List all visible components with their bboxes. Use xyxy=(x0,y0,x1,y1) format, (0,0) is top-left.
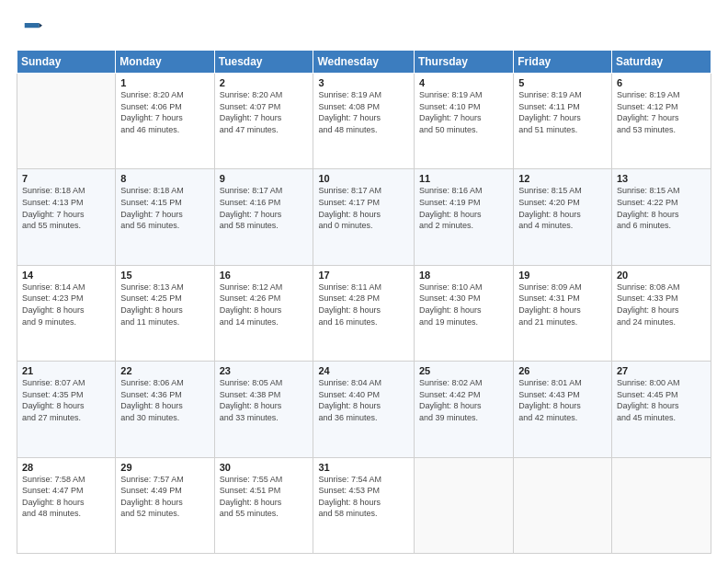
day-detail: Sunrise: 8:07 AM Sunset: 4:35 PM Dayligh… xyxy=(22,377,110,423)
week-row-1: 1Sunrise: 8:20 AM Sunset: 4:06 PM Daylig… xyxy=(17,74,711,169)
day-number: 16 xyxy=(220,270,309,281)
week-row-3: 14Sunrise: 8:14 AM Sunset: 4:23 PM Dayli… xyxy=(17,265,711,361)
day-number: 23 xyxy=(220,365,309,376)
col-header-tuesday: Tuesday xyxy=(214,51,313,74)
day-detail: Sunrise: 8:15 AM Sunset: 4:20 PM Dayligh… xyxy=(518,185,607,231)
day-detail: Sunrise: 8:17 AM Sunset: 4:17 PM Dayligh… xyxy=(318,185,408,231)
day-cell: 18Sunrise: 8:10 AM Sunset: 4:30 PM Dayli… xyxy=(414,265,513,361)
day-number: 26 xyxy=(518,365,607,376)
day-cell: 19Sunrise: 8:09 AM Sunset: 4:31 PM Dayli… xyxy=(514,265,612,361)
day-cell: 16Sunrise: 8:12 AM Sunset: 4:26 PM Dayli… xyxy=(214,265,313,361)
day-detail: Sunrise: 8:06 AM Sunset: 4:36 PM Dayligh… xyxy=(120,377,209,423)
day-cell: 10Sunrise: 8:17 AM Sunset: 4:17 PM Dayli… xyxy=(313,169,414,265)
day-number: 7 xyxy=(22,173,110,184)
day-number: 15 xyxy=(120,270,209,281)
day-detail: Sunrise: 8:13 AM Sunset: 4:25 PM Dayligh… xyxy=(120,282,209,327)
day-cell: 24Sunrise: 8:04 AM Sunset: 4:40 PM Dayli… xyxy=(313,362,414,457)
day-cell: 25Sunrise: 8:02 AM Sunset: 4:42 PM Dayli… xyxy=(414,362,513,457)
day-detail: Sunrise: 7:54 AM Sunset: 4:53 PM Dayligh… xyxy=(318,474,408,520)
day-cell: 5Sunrise: 8:19 AM Sunset: 4:11 PM Daylig… xyxy=(514,74,612,169)
day-number: 17 xyxy=(318,270,408,281)
day-number: 2 xyxy=(220,77,309,88)
day-number: 10 xyxy=(318,173,408,184)
svg-marker-1 xyxy=(25,23,40,28)
day-cell: 4Sunrise: 8:19 AM Sunset: 4:10 PM Daylig… xyxy=(414,74,513,169)
logo-icon xyxy=(17,17,42,42)
day-detail: Sunrise: 8:09 AM Sunset: 4:31 PM Dayligh… xyxy=(518,282,607,327)
col-header-wednesday: Wednesday xyxy=(313,51,414,74)
day-number: 4 xyxy=(419,77,508,88)
day-number: 13 xyxy=(617,173,706,184)
day-detail: Sunrise: 8:19 AM Sunset: 4:08 PM Dayligh… xyxy=(318,89,408,135)
day-cell: 22Sunrise: 8:06 AM Sunset: 4:36 PM Dayli… xyxy=(116,362,214,457)
day-detail: Sunrise: 8:00 AM Sunset: 4:45 PM Dayligh… xyxy=(617,377,706,423)
day-detail: Sunrise: 8:11 AM Sunset: 4:28 PM Dayligh… xyxy=(318,282,408,327)
day-cell: 6Sunrise: 8:19 AM Sunset: 4:12 PM Daylig… xyxy=(611,74,711,169)
day-number: 21 xyxy=(22,365,110,376)
day-number: 24 xyxy=(318,365,408,376)
day-number: 28 xyxy=(22,462,110,473)
day-detail: Sunrise: 8:08 AM Sunset: 4:33 PM Dayligh… xyxy=(617,282,706,327)
day-detail: Sunrise: 8:04 AM Sunset: 4:40 PM Dayligh… xyxy=(318,377,408,423)
day-cell: 3Sunrise: 8:19 AM Sunset: 4:08 PM Daylig… xyxy=(313,74,414,169)
day-cell: 31Sunrise: 7:54 AM Sunset: 4:53 PM Dayli… xyxy=(313,457,414,553)
day-detail: Sunrise: 8:19 AM Sunset: 4:11 PM Dayligh… xyxy=(518,89,607,135)
logo xyxy=(17,17,46,42)
day-cell: 12Sunrise: 8:15 AM Sunset: 4:20 PM Dayli… xyxy=(514,169,612,265)
day-cell: 13Sunrise: 8:15 AM Sunset: 4:22 PM Dayli… xyxy=(611,169,711,265)
day-cell xyxy=(514,457,612,553)
day-number: 3 xyxy=(318,77,408,88)
day-cell: 23Sunrise: 8:05 AM Sunset: 4:38 PM Dayli… xyxy=(214,362,313,457)
day-cell: 29Sunrise: 7:57 AM Sunset: 4:49 PM Dayli… xyxy=(116,457,214,553)
col-header-monday: Monday xyxy=(116,51,214,74)
day-cell: 15Sunrise: 8:13 AM Sunset: 4:25 PM Dayli… xyxy=(116,265,214,361)
day-detail: Sunrise: 8:01 AM Sunset: 4:43 PM Dayligh… xyxy=(518,377,607,423)
day-detail: Sunrise: 8:05 AM Sunset: 4:38 PM Dayligh… xyxy=(220,377,309,423)
day-cell: 30Sunrise: 7:55 AM Sunset: 4:51 PM Dayli… xyxy=(214,457,313,553)
week-row-5: 28Sunrise: 7:58 AM Sunset: 4:47 PM Dayli… xyxy=(17,457,711,553)
day-detail: Sunrise: 8:02 AM Sunset: 4:42 PM Dayligh… xyxy=(419,377,508,423)
col-header-saturday: Saturday xyxy=(611,51,711,74)
day-detail: Sunrise: 8:19 AM Sunset: 4:10 PM Dayligh… xyxy=(419,89,508,135)
day-number: 8 xyxy=(120,173,209,184)
day-number: 12 xyxy=(518,173,607,184)
day-cell: 2Sunrise: 8:20 AM Sunset: 4:07 PM Daylig… xyxy=(214,74,313,169)
page: SundayMondayTuesdayWednesdayThursdayFrid… xyxy=(0,0,728,563)
day-number: 27 xyxy=(617,365,706,376)
day-detail: Sunrise: 8:10 AM Sunset: 4:30 PM Dayligh… xyxy=(419,282,508,327)
day-number: 22 xyxy=(120,365,209,376)
day-number: 5 xyxy=(518,77,607,88)
day-cell: 28Sunrise: 7:58 AM Sunset: 4:47 PM Dayli… xyxy=(17,457,116,553)
day-cell: 7Sunrise: 8:18 AM Sunset: 4:13 PM Daylig… xyxy=(17,169,116,265)
day-detail: Sunrise: 8:19 AM Sunset: 4:12 PM Dayligh… xyxy=(617,89,706,135)
day-detail: Sunrise: 8:18 AM Sunset: 4:15 PM Dayligh… xyxy=(120,185,209,231)
day-cell: 21Sunrise: 8:07 AM Sunset: 4:35 PM Dayli… xyxy=(17,362,116,457)
day-cell: 26Sunrise: 8:01 AM Sunset: 4:43 PM Dayli… xyxy=(514,362,612,457)
col-header-thursday: Thursday xyxy=(414,51,513,74)
day-detail: Sunrise: 7:57 AM Sunset: 4:49 PM Dayligh… xyxy=(120,474,209,520)
day-cell: 1Sunrise: 8:20 AM Sunset: 4:06 PM Daylig… xyxy=(116,74,214,169)
day-cell: 11Sunrise: 8:16 AM Sunset: 4:19 PM Dayli… xyxy=(414,169,513,265)
day-number: 25 xyxy=(419,365,508,376)
day-detail: Sunrise: 8:20 AM Sunset: 4:07 PM Dayligh… xyxy=(220,89,309,135)
day-detail: Sunrise: 8:14 AM Sunset: 4:23 PM Dayligh… xyxy=(22,282,110,327)
day-detail: Sunrise: 8:17 AM Sunset: 4:16 PM Dayligh… xyxy=(220,185,309,231)
day-number: 31 xyxy=(318,462,408,473)
day-number: 18 xyxy=(419,270,508,281)
day-cell: 20Sunrise: 8:08 AM Sunset: 4:33 PM Dayli… xyxy=(611,265,711,361)
day-cell xyxy=(414,457,513,553)
week-row-2: 7Sunrise: 8:18 AM Sunset: 4:13 PM Daylig… xyxy=(17,169,711,265)
col-header-sunday: Sunday xyxy=(17,51,116,74)
calendar-table: SundayMondayTuesdayWednesdayThursdayFrid… xyxy=(17,50,711,554)
day-cell: 8Sunrise: 8:18 AM Sunset: 4:15 PM Daylig… xyxy=(116,169,214,265)
col-header-friday: Friday xyxy=(514,51,612,74)
day-number: 6 xyxy=(617,77,706,88)
day-detail: Sunrise: 7:55 AM Sunset: 4:51 PM Dayligh… xyxy=(220,474,309,520)
day-cell xyxy=(17,74,116,169)
day-number: 14 xyxy=(22,270,110,281)
day-detail: Sunrise: 8:15 AM Sunset: 4:22 PM Dayligh… xyxy=(617,185,706,231)
day-cell: 17Sunrise: 8:11 AM Sunset: 4:28 PM Dayli… xyxy=(313,265,414,361)
day-number: 20 xyxy=(617,270,706,281)
header xyxy=(17,17,711,42)
day-number: 29 xyxy=(120,462,209,473)
